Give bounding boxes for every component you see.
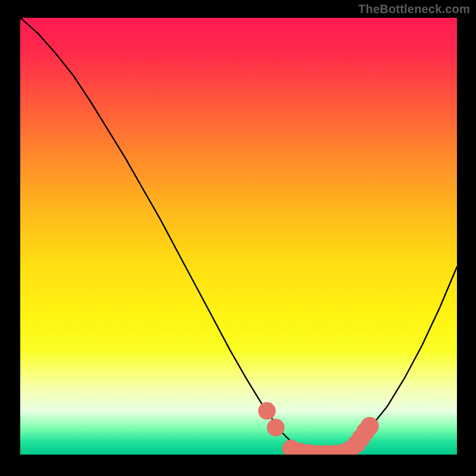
marker-dot [361, 417, 379, 436]
marker-group [258, 402, 379, 455]
marker-dot [267, 419, 285, 437]
bottleneck-curve [20, 18, 457, 455]
chart-frame: TheBottleneck.com [0, 0, 476, 476]
plot-area [20, 18, 457, 455]
chart-svg [20, 18, 457, 455]
marker-dot [258, 402, 276, 420]
watermark-text: TheBottleneck.com [358, 2, 470, 16]
